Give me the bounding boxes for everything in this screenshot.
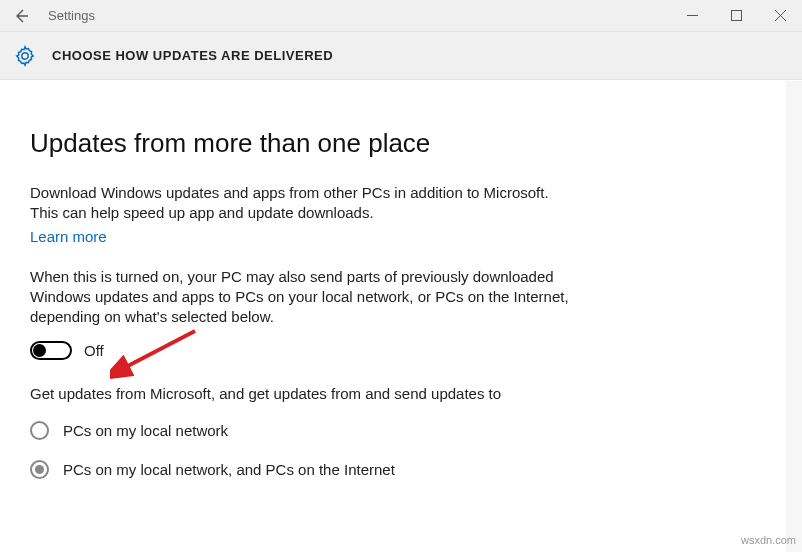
radio-label: PCs on my local network, and PCs on the … xyxy=(63,461,395,478)
intro-text: Download Windows updates and apps from o… xyxy=(30,183,570,224)
watermark: wsxdn.com xyxy=(741,534,796,546)
toggle-row: Off xyxy=(30,341,570,360)
minimize-icon xyxy=(687,10,698,21)
updates-toggle[interactable] xyxy=(30,341,72,360)
arrow-left-icon xyxy=(13,8,29,24)
radio-button xyxy=(30,421,49,440)
radio-option-local[interactable]: PCs on my local network xyxy=(30,421,570,440)
close-button[interactable] xyxy=(758,0,802,32)
page-title: CHOOSE HOW UPDATES ARE DELIVERED xyxy=(52,48,333,63)
toggle-state-label: Off xyxy=(84,342,104,359)
radio-label: PCs on my local network xyxy=(63,422,228,439)
scrollbar[interactable] xyxy=(786,81,802,552)
svg-rect-0 xyxy=(731,11,741,21)
radio-button xyxy=(30,460,49,479)
main-heading: Updates from more than one place xyxy=(30,128,570,159)
window-title: Settings xyxy=(42,8,670,23)
content: Updates from more than one place Downloa… xyxy=(0,80,570,479)
toggle-knob xyxy=(33,344,46,357)
gear-icon xyxy=(10,41,40,71)
window-controls xyxy=(670,0,802,32)
learn-more-link[interactable]: Learn more xyxy=(30,228,107,245)
subheader: CHOOSE HOW UPDATES ARE DELIVERED xyxy=(0,32,802,80)
back-button[interactable] xyxy=(0,0,42,32)
titlebar: Settings xyxy=(0,0,802,32)
maximize-button[interactable] xyxy=(714,0,758,32)
maximize-icon xyxy=(731,10,742,21)
close-icon xyxy=(775,10,786,21)
minimize-button[interactable] xyxy=(670,0,714,32)
radio-option-internet[interactable]: PCs on my local network, and PCs on the … xyxy=(30,460,570,479)
get-updates-text: Get updates from Microsoft, and get upda… xyxy=(30,384,570,404)
explain-text: When this is turned on, your PC may also… xyxy=(30,267,570,328)
